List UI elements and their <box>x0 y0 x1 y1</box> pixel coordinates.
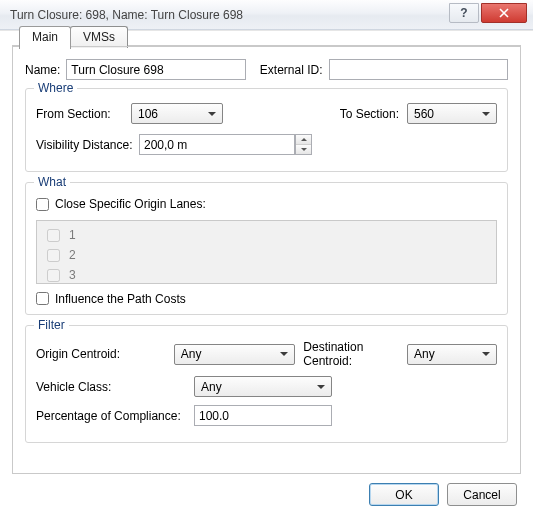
to-section-value: 560 <box>414 107 434 121</box>
to-section-label: To Section: <box>340 107 399 121</box>
external-id-input[interactable] <box>329 59 508 80</box>
close-lanes-checkbox[interactable]: Close Specific Origin Lanes: <box>36 197 206 211</box>
help-icon: ? <box>460 6 467 20</box>
lane-3-checkbox <box>47 269 60 282</box>
close-button[interactable] <box>481 3 527 23</box>
lane-1-checkbox <box>47 229 60 242</box>
where-group: Where From Section: 106 To Section: 560 <box>25 88 508 172</box>
lane-item: 3 <box>43 266 490 285</box>
lane-item: 2 <box>43 246 490 265</box>
visibility-distance-label: Visibility Distance: <box>36 138 131 152</box>
influence-path-costs-input[interactable] <box>36 292 49 305</box>
visibility-distance-input[interactable] <box>139 134 295 155</box>
origin-centroid-select[interactable]: Any <box>174 344 296 365</box>
tab-label: Main <box>32 30 58 44</box>
tab-panel-main: Name: External ID: Where From Section: 1… <box>13 46 520 473</box>
tab-label: VMSs <box>83 30 115 44</box>
close-icon <box>499 8 509 18</box>
name-label: Name: <box>25 63 60 77</box>
tab-vmss[interactable]: VMSs <box>70 26 128 48</box>
ok-button[interactable]: OK <box>369 483 439 506</box>
name-input[interactable] <box>66 59 245 80</box>
chevron-down-icon <box>204 105 220 122</box>
chevron-down-icon <box>478 105 494 122</box>
what-group: What Close Specific Origin Lanes: 1 2 <box>25 182 508 315</box>
origin-centroid-value: Any <box>181 347 202 361</box>
tab-strip: Main VMSs <box>19 26 127 48</box>
where-legend: Where <box>34 81 77 95</box>
cancel-label: Cancel <box>463 488 500 502</box>
tab-main[interactable]: Main <box>19 26 71 49</box>
influence-path-costs-checkbox[interactable]: Influence the Path Costs <box>36 292 186 306</box>
lane-label: 2 <box>69 248 76 262</box>
vehicle-class-row: Vehicle Class: Any <box>36 376 497 397</box>
chevron-down-icon <box>478 346 494 363</box>
percentage-compliance-row: Percentage of Compliance: <box>36 405 497 426</box>
visibility-distance-spin <box>139 134 312 155</box>
spin-buttons <box>295 134 312 155</box>
from-section-value: 106 <box>138 107 158 121</box>
cancel-button[interactable]: Cancel <box>447 483 517 506</box>
filter-group: Filter Origin Centroid: Any Destination … <box>25 325 508 443</box>
destination-centroid-label: Destination Centroid: <box>303 340 401 368</box>
titlebar-buttons: ? <box>449 3 533 25</box>
lane-2-checkbox <box>47 249 60 262</box>
filter-legend: Filter <box>34 318 69 332</box>
origin-centroid-row: Origin Centroid: Any Destination Centroi… <box>36 340 497 368</box>
external-id-label: External ID: <box>260 63 323 77</box>
what-legend: What <box>34 175 70 189</box>
to-section-select[interactable]: 560 <box>407 103 497 124</box>
influence-path-costs-label: Influence the Path Costs <box>55 292 186 306</box>
name-row: Name: External ID: <box>25 59 508 80</box>
close-lanes-input[interactable] <box>36 198 49 211</box>
from-section-label: From Section: <box>36 107 131 121</box>
spin-up-button[interactable] <box>296 135 311 145</box>
visibility-row: Visibility Distance: <box>36 134 497 155</box>
dialog-buttons: OK Cancel <box>369 483 517 506</box>
lane-label: 3 <box>69 268 76 282</box>
window-title: Turn Closure: 698, Name: Turn Closure 69… <box>10 7 449 22</box>
destination-centroid-select[interactable]: Any <box>407 344 497 365</box>
lane-list: 1 2 3 <box>36 220 497 284</box>
lane-label: 1 <box>69 228 76 242</box>
chevron-down-icon <box>276 346 292 363</box>
close-lanes-label: Close Specific Origin Lanes: <box>55 197 206 211</box>
vehicle-class-value: Any <box>201 380 222 394</box>
percentage-compliance-input[interactable] <box>194 405 332 426</box>
vehicle-class-label: Vehicle Class: <box>36 380 194 394</box>
origin-centroid-label: Origin Centroid: <box>36 347 174 361</box>
ok-label: OK <box>395 488 412 502</box>
lane-item: 1 <box>43 226 490 245</box>
help-button[interactable]: ? <box>449 3 479 23</box>
vehicle-class-select[interactable]: Any <box>194 376 332 397</box>
from-section-select[interactable]: 106 <box>131 103 223 124</box>
spin-down-button[interactable] <box>296 145 311 154</box>
chevron-down-icon <box>313 378 329 395</box>
percentage-compliance-label: Percentage of Compliance: <box>36 409 194 423</box>
client-area: Main VMSs Name: External ID: Where From … <box>0 30 533 518</box>
tab-container: Main VMSs Name: External ID: Where From … <box>12 45 521 474</box>
where-row-sections: From Section: 106 To Section: 560 <box>36 103 497 124</box>
destination-centroid-value: Any <box>414 347 435 361</box>
